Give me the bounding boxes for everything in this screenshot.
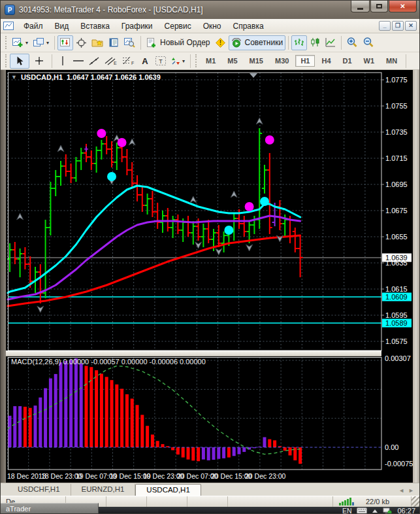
- child-restore-button[interactable]: ❐: [392, 21, 404, 31]
- menu-item-Вид[interactable]: Вид: [49, 20, 75, 32]
- maximize-button[interactable]: [370, 1, 388, 12]
- menu-item-Окно[interactable]: Окно: [197, 20, 227, 32]
- toolbar-handle[interactable]: [5, 36, 8, 49]
- text-button[interactable]: A: [137, 54, 153, 69]
- timeframe-d1-button[interactable]: D1: [338, 55, 357, 67]
- resize-grip[interactable]: [412, 496, 420, 507]
- new-order-label: Новый Ордер: [159, 38, 210, 47]
- metatrader-window: P 3014953: MetaTrader 4 - RoboForex - [U…: [0, 0, 420, 514]
- menu-item-Графики[interactable]: Графики: [116, 20, 159, 32]
- profiles-button[interactable]: ▾: [31, 35, 52, 50]
- app-icon: P: [5, 5, 15, 15]
- arrow-tools-button[interactable]: ▾: [169, 54, 187, 69]
- profiles-icon: [33, 38, 44, 47]
- panel-splitter[interactable]: [6, 351, 381, 356]
- line-chart-icon: [325, 38, 336, 47]
- child-window-icon: [3, 22, 15, 31]
- tab-scroll-right-icon[interactable]: ►: [408, 487, 414, 494]
- svg-text:F: F: [131, 61, 134, 65]
- svg-text:1.0639: 1.0639: [385, 254, 408, 262]
- channel-icon: E: [105, 56, 117, 65]
- network-icon[interactable]: [383, 507, 392, 514]
- symbol-period-label: USDCAD,H1: [21, 73, 63, 81]
- timeframe-m5-button[interactable]: M5: [222, 55, 242, 67]
- timeframe-m15-button[interactable]: M15: [244, 55, 268, 67]
- ohlc-values: 1.0647 1.0647 1.0626 1.0639: [67, 73, 161, 81]
- chart-bars-button[interactable]: [291, 35, 307, 50]
- svg-text:-0.00075: -0.00075: [385, 460, 413, 468]
- menu-item-Файл[interactable]: Файл: [18, 20, 49, 32]
- cursor-button[interactable]: [10, 54, 29, 69]
- menu-item-Сервис[interactable]: Сервис: [159, 20, 197, 32]
- expert-advisor-icon: [231, 38, 242, 48]
- chart-tab-USDCAD,H1[interactable]: USDCAD,H1: [135, 484, 201, 496]
- new-order-icon: [146, 38, 157, 48]
- svg-text:1.0775: 1.0775: [385, 76, 408, 84]
- navigator-button[interactable]: [89, 35, 106, 50]
- toolbar-handle[interactable]: [5, 54, 8, 67]
- symbol-dropdown-icon[interactable]: ▼: [11, 74, 17, 80]
- tab-scroll-left-icon[interactable]: ◄: [398, 487, 404, 494]
- toolbar-handle[interactable]: [195, 54, 198, 67]
- svg-text:1.0695: 1.0695: [385, 180, 408, 188]
- svg-text:0.00307: 0.00307: [385, 354, 411, 362]
- vertical-line-icon: [59, 56, 66, 65]
- taskbar-app-button[interactable]: aTrader: [1, 503, 99, 514]
- child-close-button[interactable]: ✕: [405, 21, 417, 31]
- strategy-tester-button[interactable]: [121, 35, 138, 50]
- child-minimize-button[interactable]: _: [379, 21, 391, 31]
- drawing-toolbar: E F A T ▾ M1M5M15M30H1H4D1W1MN: [1, 52, 420, 70]
- trendline-button[interactable]: [86, 54, 102, 69]
- menu-item-Справка[interactable]: Справка: [227, 20, 270, 32]
- timeframe-h1-button[interactable]: H1: [295, 55, 315, 67]
- connection-signal-icon: [338, 498, 355, 505]
- exclamation-diamond-icon: !: [216, 38, 225, 48]
- chart-tab-EURNZD,H1[interactable]: EURNZD,H1: [71, 484, 136, 496]
- tester-icon: [124, 38, 135, 48]
- zoom-in-button[interactable]: [344, 35, 361, 50]
- market-watch-icon: [60, 38, 71, 47]
- windows-taskbar: aTrader EN 06:27: [1, 507, 420, 514]
- horizontal-line-button[interactable]: [71, 54, 86, 69]
- svg-text:1.0589: 1.0589: [385, 319, 408, 327]
- chart-symbol-header: ▼ USDCAD,H1 1.0647 1.0647 1.0626 1.0639: [11, 73, 161, 81]
- terminal-button[interactable]: [106, 35, 121, 50]
- taskbar-clock[interactable]: 06:27: [397, 507, 415, 514]
- fibonacci-button[interactable]: F: [120, 54, 137, 69]
- close-button[interactable]: ✕: [389, 1, 417, 12]
- expert-advisors-button[interactable]: Советники: [229, 35, 286, 50]
- chart-candles-button[interactable]: [307, 35, 323, 50]
- language-indicator[interactable]: EN: [342, 507, 352, 514]
- svg-text:!: !: [219, 39, 221, 46]
- timeframe-h4-button[interactable]: H4: [316, 55, 336, 67]
- zoom-out-button[interactable]: [361, 35, 377, 50]
- cursor-arrow-icon: [16, 56, 24, 66]
- minimize-button[interactable]: [351, 1, 370, 12]
- svg-text:1.0715: 1.0715: [385, 154, 408, 162]
- timeframe-m30-button[interactable]: M30: [270, 55, 294, 67]
- timeframe-w1-button[interactable]: W1: [359, 55, 380, 67]
- svg-text:1.0755: 1.0755: [385, 102, 408, 110]
- equidistant-channel-button[interactable]: E: [102, 54, 120, 69]
- metaeditor-button[interactable]: !: [213, 35, 229, 50]
- menu-item-Вставка[interactable]: Вставка: [74, 20, 116, 32]
- crosshair-button[interactable]: [29, 54, 49, 69]
- svg-text:20 Dec 23:00: 20 Dec 23:00: [245, 472, 286, 480]
- window-right-frame[interactable]: [413, 70, 420, 483]
- vertical-line-button[interactable]: [55, 54, 71, 69]
- new-chart-button[interactable]: ▾: [10, 35, 31, 50]
- data-window-button[interactable]: [73, 35, 89, 50]
- keyboard-icon[interactable]: [357, 507, 367, 514]
- new-chart-icon: [12, 38, 24, 48]
- chart-tab-USDCHF,H1[interactable]: USDCHF,H1: [7, 484, 71, 496]
- text-label-button[interactable]: T: [153, 54, 169, 69]
- show-hidden-icons-button[interactable]: [372, 509, 378, 513]
- svg-text:1.0675: 1.0675: [385, 207, 408, 214]
- new-order-button[interactable]: Новый Ордер: [144, 35, 212, 50]
- chart-canvas[interactable]: 1.07751.07551.07351.07151.06951.06751.06…: [6, 70, 413, 483]
- chart-line-button[interactable]: [323, 35, 338, 50]
- timeframe-mn-button[interactable]: MN: [381, 55, 402, 67]
- timeframe-m1-button[interactable]: M1: [201, 55, 221, 67]
- market-watch-button[interactable]: [57, 35, 73, 50]
- crosshair-icon: [35, 56, 44, 65]
